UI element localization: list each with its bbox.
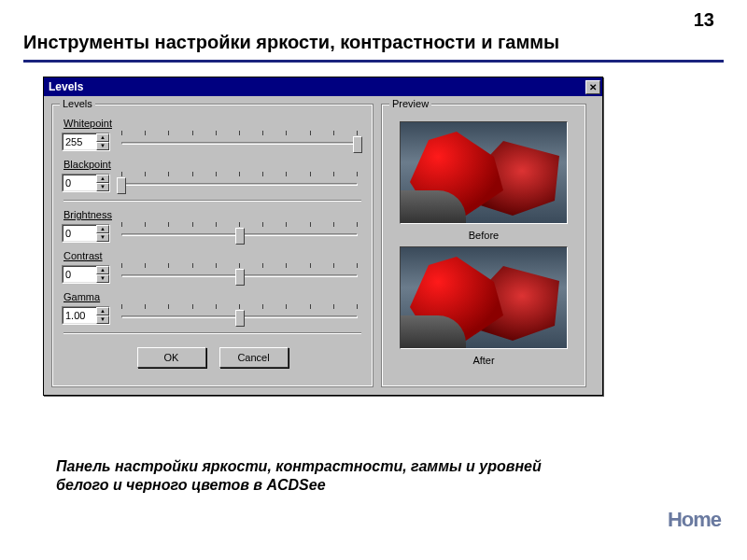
preview-before-image [400, 121, 568, 224]
slider-track [121, 183, 358, 186]
before-label: Before [469, 230, 499, 241]
gamma-thumb[interactable] [235, 310, 245, 327]
spinner-up-icon[interactable]: ▲ [96, 266, 109, 274]
cancel-button[interactable]: Cancel [219, 347, 289, 368]
gamma-input[interactable]: ▲▼ [62, 306, 110, 325]
divider [63, 200, 361, 202]
whitepoint-slider[interactable] [116, 131, 363, 153]
slider-track [121, 142, 358, 145]
close-icon: ✕ [589, 82, 597, 92]
brightness-thumb[interactable] [235, 228, 245, 245]
button-row: OK Cancel [62, 342, 363, 377]
preview-after-image [400, 246, 568, 349]
spinner-down-icon[interactable]: ▼ [96, 315, 109, 324]
gamma-row: Gamma ▲▼ [62, 291, 363, 327]
blackpoint-row: Blackpoint ▲▼ [62, 159, 363, 194]
close-button[interactable]: ✕ [585, 80, 600, 94]
home-link[interactable]: Home [668, 508, 721, 532]
brightness-field[interactable] [63, 225, 96, 242]
blackpoint-thumb[interactable] [117, 177, 126, 194]
preview-group: Preview Before After [381, 104, 586, 387]
figure-caption: Панель настройки яркости, контрастности,… [56, 457, 579, 495]
contrast-spinner[interactable]: ▲▼ [96, 266, 109, 283]
brightness-slider[interactable] [116, 222, 363, 245]
spinner-up-icon[interactable]: ▲ [96, 307, 109, 315]
gamma-label: Gamma [63, 291, 363, 302]
brightness-label: Brightness [63, 209, 363, 220]
brightness-input[interactable]: ▲▼ [62, 224, 110, 243]
ok-button[interactable]: OK [137, 347, 206, 368]
levels-legend: Levels [60, 98, 95, 109]
spinner-up-icon[interactable]: ▲ [96, 133, 109, 142]
spinner-down-icon[interactable]: ▼ [96, 274, 109, 283]
slider-ticks [121, 131, 358, 136]
blackpoint-spinner[interactable]: ▲▼ [96, 175, 109, 191]
gamma-slider[interactable] [116, 304, 363, 327]
brightness-spinner[interactable]: ▲▼ [96, 225, 109, 242]
whitepoint-input[interactable]: ▲▼ [62, 133, 110, 151]
page-number: 13 [694, 9, 714, 31]
brightness-row: Brightness ▲▼ [62, 209, 363, 245]
contrast-input[interactable]: ▲▼ [62, 265, 110, 284]
gamma-field[interactable] [63, 307, 96, 324]
blackpoint-input[interactable]: ▲▼ [62, 174, 110, 192]
contrast-row: Contrast ▲▼ [62, 250, 363, 286]
titlebar[interactable]: Levels ✕ [44, 77, 602, 96]
spinner-down-icon[interactable]: ▼ [96, 233, 109, 242]
dialog-title: Levels [49, 80, 83, 93]
spinner-down-icon[interactable]: ▼ [96, 183, 109, 191]
contrast-label: Contrast [63, 250, 363, 261]
whitepoint-thumb[interactable] [353, 136, 362, 153]
whitepoint-label: Whitepoint [63, 118, 363, 129]
blackpoint-label: Blackpoint [63, 159, 363, 170]
blackpoint-slider[interactable] [116, 172, 363, 194]
whitepoint-field[interactable] [63, 133, 96, 150]
title-divider [23, 60, 724, 63]
levels-group: Levels Whitepoint ▲▼ Blackpoint [51, 104, 374, 387]
contrast-field[interactable] [63, 266, 96, 283]
slider-ticks [121, 172, 358, 177]
page-title: Инструменты настройки яркости, контрастн… [23, 32, 559, 53]
whitepoint-spinner[interactable]: ▲▼ [96, 133, 109, 150]
gamma-spinner[interactable]: ▲▼ [96, 307, 109, 324]
contrast-slider[interactable] [116, 263, 363, 286]
divider [63, 332, 361, 334]
spinner-down-icon[interactable]: ▼ [96, 142, 109, 150]
blackpoint-field[interactable] [63, 175, 96, 191]
preview-legend: Preview [389, 98, 431, 109]
spinner-up-icon[interactable]: ▲ [96, 175, 109, 183]
contrast-thumb[interactable] [235, 269, 245, 286]
levels-dialog: Levels ✕ Levels Whitepoint ▲▼ [43, 77, 603, 396]
after-label: After [472, 355, 494, 366]
spinner-up-icon[interactable]: ▲ [96, 225, 109, 233]
whitepoint-row: Whitepoint ▲▼ [62, 118, 363, 153]
